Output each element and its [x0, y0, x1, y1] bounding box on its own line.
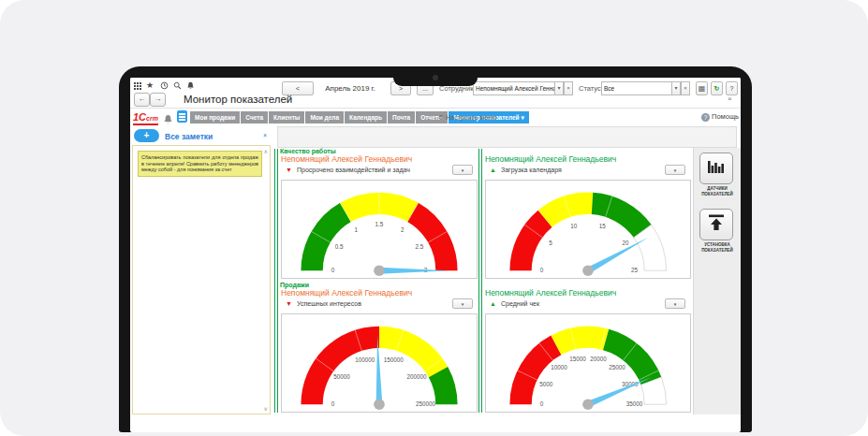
gauge-chart: 05000100001500020000250003000035000 — [485, 313, 691, 413]
filter-toolbar — [277, 126, 737, 148]
bar-chart-icon — [707, 157, 726, 176]
group-accent-line — [478, 149, 482, 413]
trend-up-icon: ▲ — [490, 167, 496, 174]
svg-text:35000: 35000 — [626, 400, 643, 407]
refresh-button[interactable]: ↻ — [711, 81, 723, 95]
status-input[interactable]: Все — [601, 81, 672, 95]
notes-panel: Сбалансировать показатели для отдела про… — [132, 145, 271, 414]
gauge-title[interactable]: Успешных интересов — [297, 300, 361, 307]
caption-line: ПОКАЗАТЕЛЕЙ — [694, 248, 741, 254]
svg-text:0: 0 — [331, 400, 335, 407]
employee-dropdown-icon[interactable]: ▾ — [554, 81, 564, 95]
svg-text:10: 10 — [570, 223, 578, 229]
page-title: Монитор показателей — [184, 94, 292, 105]
table-settings-button[interactable]: ▦ — [696, 81, 708, 95]
period-label: Апрель 2019 г. — [314, 84, 387, 93]
star-icon[interactable]: ★ — [145, 80, 154, 90]
help-label: Помощь — [712, 112, 739, 121]
close-icon[interactable]: × — [728, 94, 732, 103]
laptop-camera — [433, 75, 438, 80]
configure-menu-button[interactable]: ⚙ Настроить меню — [438, 114, 496, 122]
svg-text:100000: 100000 — [355, 356, 375, 363]
svg-text:0: 0 — [540, 267, 544, 273]
svg-text:150000: 150000 — [384, 356, 405, 363]
clipboard-icon[interactable] — [177, 110, 187, 123]
gauge-title[interactable]: Загрузка календаря — [501, 167, 562, 173]
svg-text:2.5: 2.5 — [416, 243, 424, 250]
gear-icon: ⚙ — [438, 114, 444, 121]
search-icon[interactable] — [172, 81, 182, 91]
svg-text:15000: 15000 — [569, 356, 586, 362]
apps-grid-icon[interactable] — [134, 82, 136, 84]
gauge-title[interactable]: Средний чек — [501, 300, 539, 307]
svg-text:1.5: 1.5 — [375, 221, 384, 227]
action-panel: ДАТЧИКИ ПОКАЗАТЕЛЕЙ УСТАНОВКА ПОКАЗАТЕЛЕ… — [693, 148, 741, 414]
forward-button[interactable]: → — [150, 93, 166, 107]
gauge-owner[interactable]: Непомнящий Алексей Геннадьевич — [485, 288, 616, 298]
gauge-title[interactable]: Просрочено взаимодействий и задач — [297, 167, 410, 173]
gauge-chart: 00.511.522.53 — [281, 180, 478, 279]
svg-text:0: 0 — [540, 400, 544, 407]
status-dropdown-icon[interactable]: ▾ — [671, 81, 681, 95]
history-clock-icon[interactable] — [159, 81, 169, 91]
upload-arrow-icon — [707, 213, 726, 232]
scroll-up-icon[interactable]: ∧ — [264, 148, 268, 154]
svg-text:50000: 50000 — [333, 373, 350, 380]
logo-crm: crm — [146, 115, 158, 122]
tab-Почта[interactable]: Почта — [388, 111, 415, 124]
gauge-owner[interactable]: Непомнящий Алексей Геннадьевич — [485, 154, 616, 164]
svg-text:250000: 250000 — [416, 400, 436, 407]
bell-icon[interactable] — [185, 81, 195, 91]
section-quality-label: Качество работы — [280, 148, 336, 154]
employee-clear-icon[interactable]: × — [564, 81, 573, 95]
collapse-button[interactable]: ▾ — [665, 165, 685, 175]
prev-period-button[interactable]: < — [282, 81, 314, 95]
trend-down-icon: ▼ — [286, 300, 292, 308]
group-accent-line — [274, 149, 278, 413]
collapse-button[interactable]: ▾ — [452, 298, 473, 309]
configure-menu-label: Настроить меню — [446, 114, 496, 121]
help-small-button[interactable]: ? — [726, 81, 738, 95]
svg-text:1: 1 — [354, 226, 358, 233]
svg-text:5000: 5000 — [539, 381, 553, 387]
add-note-button[interactable]: + — [134, 129, 159, 142]
back-button[interactable]: ← — [134, 93, 150, 107]
tab-Клиенты[interactable]: Клиенты — [269, 111, 304, 124]
scroll-down-icon[interactable]: ∨ — [264, 405, 268, 412]
svg-text:10000: 10000 — [551, 364, 567, 371]
gauge-owner[interactable]: Непомнящий Алексей Геннадьевич — [281, 154, 412, 164]
collapse-button[interactable]: ▾ — [452, 165, 473, 175]
notes-header: + Все заметки × — [130, 126, 275, 145]
tab-Календарь[interactable]: Календарь — [345, 111, 387, 124]
gauge-chart: 0510152025 — [485, 180, 691, 279]
status-clear-icon[interactable]: × — [681, 81, 690, 95]
help-button[interactable]: ?Помощь — [701, 112, 739, 122]
gauge-owner[interactable]: Непомнящий Алексей Геннадьевич — [281, 288, 412, 298]
gauges-view-caption: ДАТЧИКИ ПОКАЗАТЕЛЕЙ — [694, 186, 741, 196]
notes-title: Все заметки — [165, 132, 213, 141]
set-indicators-button[interactable] — [699, 209, 733, 240]
svg-text:2: 2 — [401, 226, 405, 233]
background-card: ★ ← → Монитор показателей × 1Сcrm — [0, 0, 868, 436]
sticky-note[interactable]: Сбалансировать показатели для отдела про… — [138, 151, 262, 177]
svg-text:5: 5 — [549, 240, 552, 246]
gauge-chart: 050000100000150000200000250000 — [281, 313, 478, 413]
notes-close-icon[interactable]: × — [263, 132, 267, 138]
tab-Счета[interactable]: Счета — [241, 111, 268, 124]
status-label: Статус: — [579, 84, 603, 93]
1c-crm-logo: 1Сcrm — [133, 110, 158, 125]
collapse-button[interactable]: ▾ — [665, 298, 685, 309]
tab-Мои дела[interactable]: Мои дела — [305, 111, 344, 124]
laptop-notch — [393, 66, 478, 86]
tab-Мои продажи[interactable]: Мои продажи — [190, 111, 240, 124]
help-icon: ? — [701, 113, 710, 122]
svg-text:20: 20 — [623, 240, 630, 246]
employee-input[interactable]: Непомнящий Алексей Геннадьевич — [473, 81, 555, 95]
section-sales-label: Продажи — [280, 282, 309, 288]
gauges-view-button[interactable] — [699, 153, 733, 184]
set-indicators-caption: УСТАНОВКА ПОКАЗАТЕЛЕЙ — [694, 242, 741, 253]
svg-text:25: 25 — [631, 267, 639, 273]
svg-text:20000: 20000 — [590, 356, 607, 362]
caption-line: ПОКАЗАТЕЛЕЙ — [694, 192, 741, 197]
menu-bar: 1Сcrm Мои продажиСчетаКлиентыМои делаКал… — [130, 109, 741, 126]
